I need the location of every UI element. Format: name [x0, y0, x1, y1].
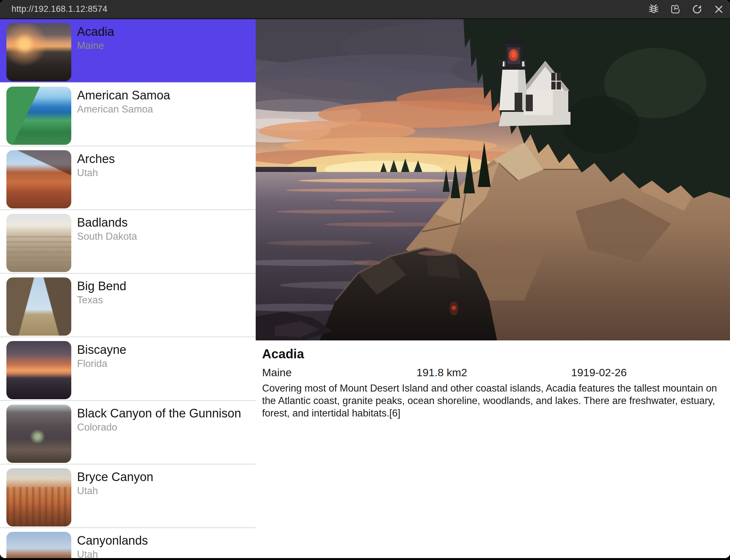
park-state: Utah	[77, 167, 115, 179]
park-name: Bryce Canyon	[77, 470, 153, 484]
park-state: Florida	[77, 358, 126, 369]
park-list: Acadia Maine American Samoa American Sam…	[0, 19, 256, 558]
park-state: American Samoa	[77, 104, 170, 115]
park-list-item-acadia[interactable]: Acadia Maine	[0, 19, 256, 83]
park-state: Colorado	[77, 422, 241, 433]
park-thumbnail-arches	[6, 150, 71, 208]
detail-meta-row: Maine 191.8 km2 1919-02-26	[262, 366, 724, 379]
park-thumbnail-american-samoa	[6, 87, 71, 145]
park-thumbnail-badlands	[6, 214, 71, 272]
debug-icon[interactable]	[648, 3, 660, 15]
app-window: http://192.168.1.12:8574	[0, 0, 730, 558]
detail-established-date: 1919-02-26	[571, 366, 627, 379]
park-thumbnail-bryce-canyon	[6, 468, 71, 526]
park-thumbnail-acadia	[6, 23, 71, 81]
park-item-text: Biscayne Florida	[77, 337, 126, 400]
url-text: http://192.168.1.12:8574	[12, 4, 107, 14]
park-detail-text: Acadia Maine 191.8 km2 1919-02-26 Coveri…	[256, 340, 730, 419]
park-item-text: Acadia Maine	[77, 19, 114, 82]
park-list-item-bryce-canyon[interactable]: Bryce Canyon Utah	[0, 464, 256, 528]
lighthouse-scene-illustration	[256, 19, 730, 340]
park-thumbnail-biscayne	[6, 341, 71, 399]
park-name: Canyonlands	[77, 534, 148, 548]
park-name: Black Canyon of the Gunnison	[77, 407, 241, 420]
park-list-item-badlands[interactable]: Badlands South Dakota	[0, 210, 256, 274]
park-item-text: American Samoa American Samoa	[77, 83, 170, 146]
park-list-item-canyonlands[interactable]: Canyonlands Utah	[0, 528, 256, 558]
park-name: Big Bend	[77, 279, 126, 293]
park-item-text: Badlands South Dakota	[77, 210, 137, 273]
park-photo	[256, 19, 730, 340]
inspect-page-icon[interactable]	[669, 3, 681, 15]
park-thumbnail-black-canyon	[6, 405, 71, 463]
park-list-item-biscayne[interactable]: Biscayne Florida	[0, 337, 256, 401]
park-thumbnail-canyonlands	[6, 532, 71, 558]
park-state: Texas	[77, 294, 126, 306]
detail-description: Covering most of Mount Desert Island and…	[262, 382, 724, 419]
park-list-item-american-samoa[interactable]: American Samoa American Samoa	[0, 83, 256, 146]
park-name: Acadia	[77, 25, 114, 39]
close-icon[interactable]	[713, 3, 725, 15]
reload-icon[interactable]	[691, 3, 703, 15]
park-state: Maine	[77, 40, 114, 51]
park-detail-pane: Acadia Maine 191.8 km2 1919-02-26 Coveri…	[256, 19, 730, 558]
park-name: Biscayne	[77, 343, 126, 357]
park-list-item-black-canyon[interactable]: Black Canyon of the Gunnison Colorado	[0, 401, 256, 464]
park-state: Utah	[77, 549, 148, 558]
park-name: Badlands	[77, 216, 137, 229]
park-item-text: Bryce Canyon Utah	[77, 464, 153, 527]
main-content: Acadia Maine American Samoa American Sam…	[0, 19, 730, 558]
park-state: Utah	[77, 485, 153, 497]
park-state: South Dakota	[77, 231, 137, 242]
park-list-item-arches[interactable]: Arches Utah	[0, 146, 256, 210]
topbar-icons	[648, 3, 725, 15]
browser-topbar: http://192.168.1.12:8574	[0, 0, 730, 19]
park-item-text: Black Canyon of the Gunnison Colorado	[77, 401, 241, 464]
detail-area: 191.8 km2	[416, 366, 467, 379]
park-item-text: Canyonlands Utah	[77, 528, 148, 558]
park-name: American Samoa	[77, 89, 170, 102]
detail-state: Maine	[262, 366, 292, 379]
park-list-item-big-bend[interactable]: Big Bend Texas	[0, 274, 256, 337]
detail-title: Acadia	[262, 347, 724, 361]
park-item-text: Big Bend Texas	[77, 274, 126, 337]
park-thumbnail-big-bend	[6, 277, 71, 336]
park-name: Arches	[77, 152, 115, 166]
park-item-text: Arches Utah	[77, 146, 115, 209]
